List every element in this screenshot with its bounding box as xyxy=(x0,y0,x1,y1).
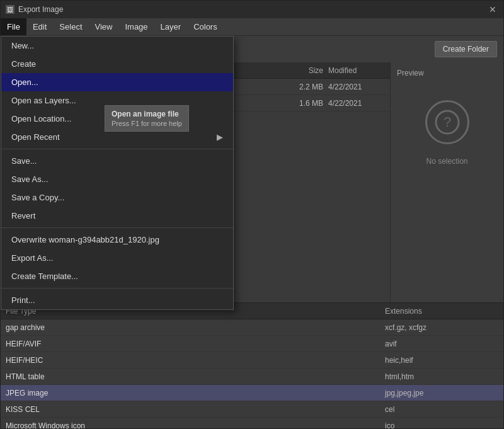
filetype-row[interactable]: KISS CEL cel xyxy=(1,401,503,418)
menu-export-as[interactable]: Export As... xyxy=(1,249,233,267)
separator-2 xyxy=(1,227,233,228)
menu-save[interactable]: Save... xyxy=(1,152,233,170)
menu-layer[interactable]: Layer xyxy=(154,18,188,35)
menu-create[interactable]: Create xyxy=(1,55,233,73)
col-ext-header: Extensions xyxy=(385,307,498,316)
title-bar-left: 🖼 Export Image xyxy=(6,5,63,14)
menu-open-as-layers[interactable]: Open as Layers... xyxy=(1,91,233,110)
menu-open-location[interactable]: Open Location... xyxy=(1,110,233,128)
separator-1 xyxy=(1,149,233,149)
menu-edit[interactable]: Edit xyxy=(26,18,53,35)
menu-colors[interactable]: Colors xyxy=(187,18,224,35)
filetype-row[interactable]: HEIF/HEIC heic,heif xyxy=(1,352,503,369)
svg-text:?: ? xyxy=(443,114,450,130)
close-button[interactable]: ✕ xyxy=(487,4,498,15)
menu-open[interactable]: Open... xyxy=(1,73,233,91)
menu-save-as[interactable]: Save As... xyxy=(1,170,233,188)
menu-select[interactable]: Select xyxy=(53,18,88,35)
menu-create-template[interactable]: Create Template... xyxy=(1,267,233,285)
window-title: Export Image xyxy=(18,5,63,14)
preview-panel: Preview ? No selection xyxy=(390,62,503,302)
preview-question-icon: ? xyxy=(425,100,469,144)
menu-revert[interactable]: Revert xyxy=(1,207,233,225)
main-content: Create Folder Name ↑ Size Modified 2.2 M xyxy=(1,36,503,428)
filetype-row[interactable]: Microsoft Windows icon ico xyxy=(1,418,503,428)
menu-print[interactable]: Print... xyxy=(1,291,233,309)
title-bar: 🖼 Export Image ✕ xyxy=(1,1,503,18)
create-folder-button[interactable]: Create Folder xyxy=(435,41,497,57)
submenu-arrow-icon: ▶ xyxy=(217,132,223,142)
menu-file[interactable]: File xyxy=(1,18,26,35)
preview-label: Preview xyxy=(397,69,424,77)
separator-3 xyxy=(1,288,233,289)
col-size-header: Size xyxy=(284,66,328,75)
filetype-row[interactable]: gap archive xcf.gz, xcfgz xyxy=(1,319,503,336)
no-selection-text: No selection xyxy=(426,157,467,166)
menu-image[interactable]: Image xyxy=(118,18,154,35)
app-icon: 🖼 xyxy=(6,5,14,14)
menu-new[interactable]: New... xyxy=(1,37,233,55)
menu-save-copy[interactable]: Save a Copy... xyxy=(1,188,233,207)
filetype-table-area: File Type Extensions gap archive xcf.gz,… xyxy=(1,302,503,428)
filetype-rows: gap archive xcf.gz, xcfgz HEIF/AVIF avif… xyxy=(1,319,503,428)
col-modified-header: Modified xyxy=(328,66,385,75)
menu-open-recent[interactable]: Open Recent ▶ xyxy=(1,128,233,146)
filetype-row[interactable]: HTML table html,htm xyxy=(1,369,503,385)
filetype-row-selected[interactable]: JPEG image jpg,jpeg,jpe xyxy=(1,385,503,401)
menu-overwrite[interactable]: Overwrite woman-g394abb21d_1920.jpg xyxy=(1,231,233,249)
menu-view[interactable]: View xyxy=(89,18,119,35)
menu-bar: File Edit Select View Image Layer Colors xyxy=(1,18,503,36)
main-window: 🖼 Export Image ✕ File Edit Select View I… xyxy=(0,0,504,429)
file-menu-dropdown[interactable]: New... Create Open... Open as Layers... … xyxy=(1,36,234,310)
filetype-row[interactable]: HEIF/AVIF avif xyxy=(1,336,503,352)
